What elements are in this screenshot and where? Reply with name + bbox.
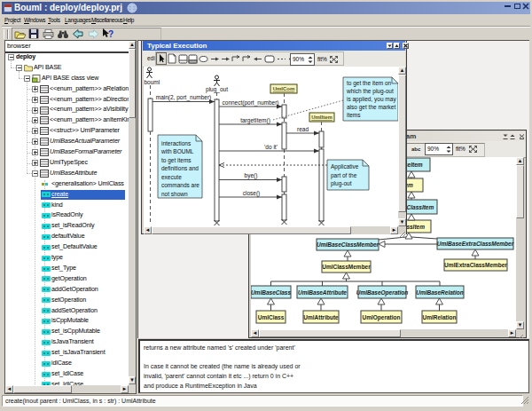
svg-text:which the plug-out: which the plug-out: [346, 88, 394, 95]
svg-text:UmlBaseRelation: UmlBaseRelation: [416, 289, 463, 296]
svg-text:definitions and: definitions and: [161, 165, 199, 171]
svg-text:to get items: to get items: [161, 157, 192, 164]
svg-text:UmlBaseOperation: UmlBaseOperation: [356, 289, 409, 296]
svg-text:interactions: interactions: [161, 140, 192, 146]
svg-text:part of the: part of the: [331, 172, 357, 179]
svg-text:connect(port_number): connect(port_number): [223, 99, 279, 107]
svg-text:main(2, port_number): main(2, port_number): [156, 94, 212, 101]
svg-text:UmlBaseClassMember: UmlBaseClassMember: [317, 241, 379, 248]
svg-text:to get the item on: to get the item on: [347, 80, 392, 87]
svg-text:UmlBaseClass: UmlBaseClass: [251, 289, 291, 296]
svg-text:Applicative: Applicative: [331, 163, 359, 170]
svg-text:bye(): bye(): [245, 172, 258, 179]
svg-text:also get the market: also get the market: [347, 104, 395, 111]
svg-text:plug_out: plug_out: [206, 86, 228, 93]
svg-text:commands are: commands are: [161, 182, 200, 188]
svg-text:close(): close(): [243, 190, 261, 197]
svg-text:targetItem(): targetItem(): [240, 117, 270, 124]
svg-text:UmlBaseAttribute: UmlBaseAttribute: [298, 289, 347, 296]
svg-text:UmlItem: UmlItem: [311, 115, 332, 120]
svg-text:UmlExtraClassMember: UmlExtraClassMember: [444, 262, 507, 268]
svg-text:UmlBaseExtraClassMember: UmlBaseExtraClassMember: [437, 241, 514, 247]
svg-text:read: read: [297, 126, 309, 132]
svg-text:items: items: [347, 112, 361, 118]
svg-text:UmlRelation: UmlRelation: [423, 314, 457, 320]
svg-text:bouml: bouml: [145, 79, 160, 85]
svg-text:UmlClassMember: UmlClassMember: [322, 264, 371, 270]
svg-text:UmlAttribute: UmlAttribute: [303, 314, 339, 320]
svg-text:with BOUML: with BOUML: [160, 148, 194, 154]
svg-text:UmlClass: UmlClass: [258, 314, 285, 320]
svg-text:UmlOperation: UmlOperation: [363, 314, 401, 321]
svg-text:plug-out: plug-out: [331, 180, 352, 187]
svg-text:execute: execute: [161, 174, 182, 180]
svg-text:?: ?: [108, 29, 113, 39]
svg-text:not shown: not shown: [161, 191, 188, 197]
svg-text:'do it': 'do it': [264, 144, 278, 150]
svg-text:UmlCom: UmlCom: [273, 86, 295, 91]
svg-text:is applied, you may: is applied, you may: [347, 96, 396, 103]
